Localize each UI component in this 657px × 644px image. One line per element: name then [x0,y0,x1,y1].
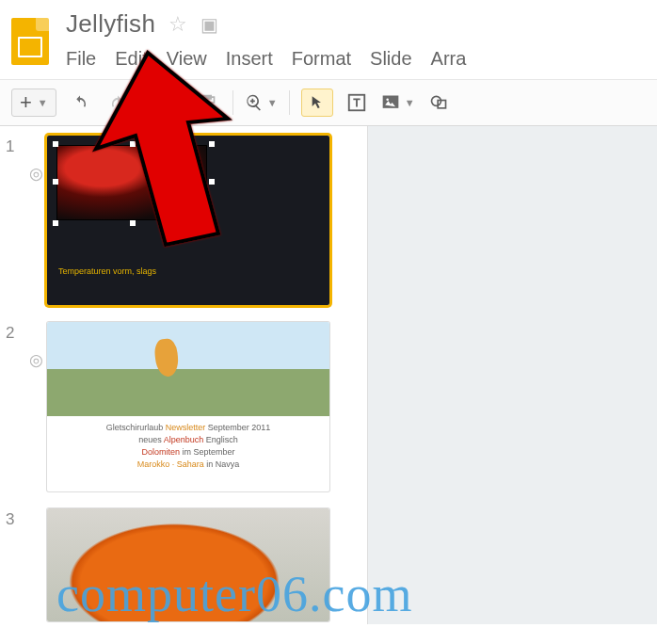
menu-insert[interactable]: Insert [226,48,273,70]
speaker-notes-icon[interactable] [24,508,47,537]
chevron-down-icon: ▼ [405,97,415,108]
slide-number: 2 [6,322,24,343]
select-tool-button[interactable] [301,89,333,117]
slide-thumbnail[interactable]: Temperaturen vorm, slags [47,136,329,305]
speaker-notes-icon[interactable]: ◎ [24,322,47,370]
separator [289,90,290,115]
app-logo[interactable] [8,13,53,70]
svg-point-3 [431,96,441,105]
slide-image [56,145,207,220]
shape-button[interactable] [425,89,453,117]
separator [181,90,182,115]
slide-text: Gletschirurlaub Newsletter September 201… [47,416,329,476]
slide-image [47,322,329,416]
slide-caption: Temperaturen vorm, slags [58,266,156,277]
text-box-button[interactable] [343,89,371,117]
watermark-text: computer06.com [56,565,638,623]
chevron-down-icon: ▼ [267,97,278,108]
undo-button[interactable] [66,89,94,117]
slide-panel: 1 ◎ Temperaturen vorm, slags 2 ◎ Gl [0,126,367,624]
star-icon[interactable]: ☆ [168,12,187,37]
slide-number: 1 [6,136,24,156]
slide-thumbnail[interactable]: Gletschirurlaub Newsletter September 201… [47,322,329,491]
slide-number: 3 [6,508,24,529]
paint-format-button[interactable] [193,89,221,117]
menu-edit[interactable]: Edit [115,48,147,70]
menu-slide[interactable]: Slide [370,48,411,70]
svg-rect-1 [382,96,398,108]
speaker-notes-icon[interactable]: ◎ [24,136,47,184]
svg-point-2 [386,98,389,101]
menu-view[interactable]: View [167,48,207,70]
menu-bar: File Edit View Insert Format Slide Arra [66,44,649,79]
plus-icon: + [20,92,32,113]
chevron-down-icon: ▼ [38,97,48,108]
editor-canvas[interactable] [367,126,657,624]
menu-format[interactable]: Format [292,48,351,70]
print-button[interactable] [141,89,169,117]
menu-arrange[interactable]: Arra [431,48,467,70]
toolbar: + ▼ ▼ ▼ [0,79,657,126]
redo-button[interactable] [104,89,132,117]
zoom-button[interactable]: ▼ [245,89,278,117]
insert-image-button[interactable]: ▼ [380,89,415,117]
folder-move-icon[interactable]: ▣ [200,13,218,36]
document-title[interactable]: Jellyfish [66,9,155,39]
slide-thumbnail-row: 1 ◎ Temperaturen vorm, slags [6,136,358,305]
separator [232,90,233,115]
new-slide-button[interactable]: + ▼ [11,89,56,117]
menu-file[interactable]: File [66,48,96,70]
slide-thumbnail-row: 2 ◎ Gletschirurlaub Newsletter September… [6,322,358,491]
